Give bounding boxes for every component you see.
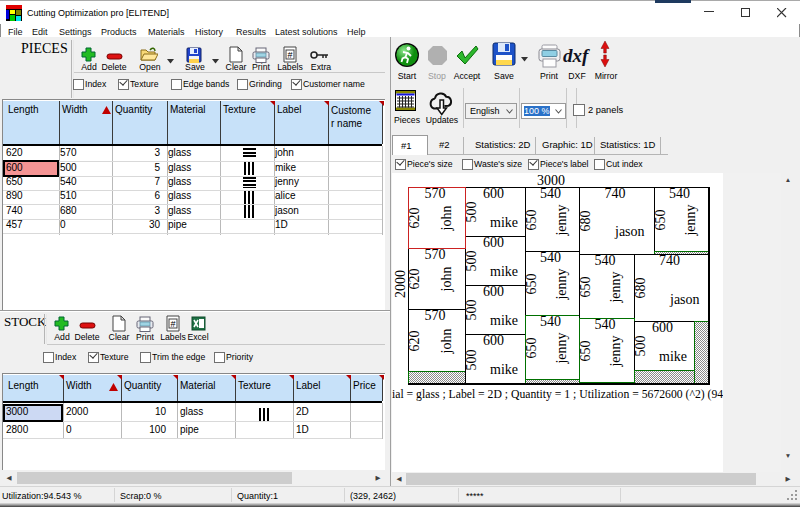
svg-text:#: # (170, 319, 175, 329)
svg-text:#: # (287, 50, 292, 60)
